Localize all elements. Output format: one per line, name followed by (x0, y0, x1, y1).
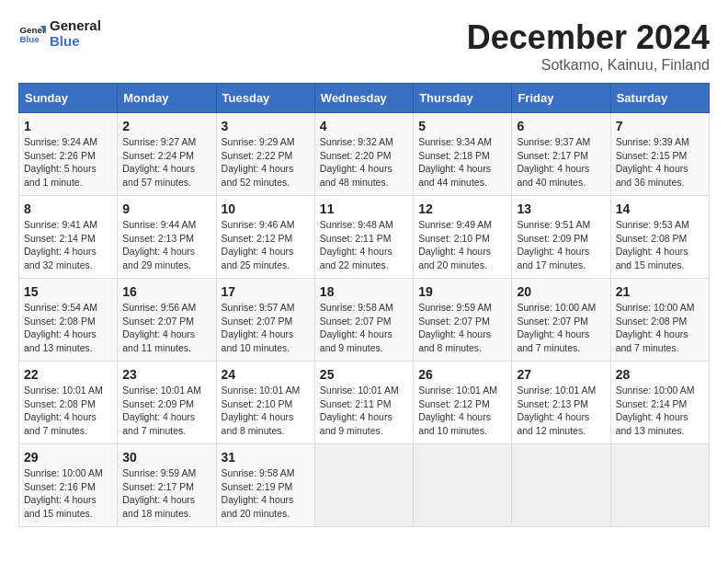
calendar-cell: 28Sunrise: 10:00 AM Sunset: 2:14 PM Dayl… (610, 362, 709, 444)
day-number: 1 (24, 119, 112, 133)
day-number: 23 (122, 367, 210, 382)
day-number: 28 (616, 367, 704, 382)
day-number: 9 (122, 201, 210, 216)
day-info: Sunrise: 9:59 AM Sunset: 2:07 PM Dayligh… (418, 301, 506, 355)
day-number: 5 (418, 119, 506, 133)
logo-icon: General Blue (18, 20, 46, 48)
page-subtitle: Sotkamo, Kainuu, Finland (467, 57, 710, 74)
calendar-cell: 10Sunrise: 9:46 AM Sunset: 2:12 PM Dayli… (216, 196, 314, 279)
calendar-week-row: 15Sunrise: 9:54 AM Sunset: 2:08 PM Dayli… (19, 279, 710, 362)
day-number: 14 (616, 201, 704, 216)
calendar-cell: 23Sunrise: 10:01 AM Sunset: 2:09 PM Dayl… (118, 362, 216, 444)
day-number: 27 (517, 367, 605, 382)
day-info: Sunrise: 9:27 AM Sunset: 2:24 PM Dayligh… (122, 135, 210, 190)
day-info: Sunrise: 9:53 AM Sunset: 2:08 PM Dayligh… (616, 218, 704, 272)
calendar-cell: 1Sunrise: 9:24 AM Sunset: 2:26 PM Daylig… (19, 113, 118, 196)
day-info: Sunrise: 9:24 AM Sunset: 2:26 PM Dayligh… (24, 135, 112, 190)
day-number: 19 (418, 284, 506, 299)
day-number: 8 (24, 201, 112, 216)
logo: General Blue General Blue (18, 18, 101, 49)
day-number: 31 (222, 450, 310, 465)
calendar-cell: 12Sunrise: 9:49 AM Sunset: 2:10 PM Dayli… (414, 196, 512, 279)
day-number: 18 (320, 284, 408, 299)
calendar-cell: 7Sunrise: 9:39 AM Sunset: 2:15 PM Daylig… (610, 113, 709, 196)
header-thursday: Thursday (414, 84, 512, 113)
day-number: 24 (222, 367, 310, 382)
calendar-cell (610, 444, 709, 527)
day-info: Sunrise: 10:01 AM Sunset: 2:09 PM Daylig… (122, 384, 210, 438)
day-number: 17 (222, 284, 310, 299)
day-info: Sunrise: 9:58 AM Sunset: 2:19 PM Dayligh… (222, 466, 310, 521)
day-number: 2 (122, 119, 210, 133)
day-number: 6 (517, 119, 605, 133)
calendar-cell: 27Sunrise: 10:01 AM Sunset: 2:13 PM Dayl… (512, 362, 610, 444)
day-info: Sunrise: 9:46 AM Sunset: 2:12 PM Dayligh… (222, 218, 310, 272)
day-number: 7 (616, 119, 704, 133)
calendar-cell: 30Sunrise: 9:59 AM Sunset: 2:17 PM Dayli… (118, 444, 216, 527)
calendar-cell: 21Sunrise: 10:00 AM Sunset: 2:08 PM Dayl… (610, 279, 709, 362)
day-number: 25 (320, 367, 408, 382)
calendar-week-row: 8Sunrise: 9:41 AM Sunset: 2:14 PM Daylig… (19, 196, 710, 279)
calendar-cell: 15Sunrise: 9:54 AM Sunset: 2:08 PM Dayli… (19, 279, 118, 362)
day-number: 21 (616, 284, 704, 299)
day-info: Sunrise: 9:54 AM Sunset: 2:08 PM Dayligh… (24, 301, 112, 355)
svg-text:Blue: Blue (20, 34, 40, 44)
calendar-cell (414, 444, 512, 527)
calendar-header-row: SundayMondayTuesdayWednesdayThursdayFrid… (19, 84, 710, 113)
day-info: Sunrise: 10:00 AM Sunset: 2:07 PM Daylig… (517, 301, 605, 355)
day-info: Sunrise: 10:00 AM Sunset: 2:14 PM Daylig… (616, 384, 704, 438)
day-info: Sunrise: 10:00 AM Sunset: 2:08 PM Daylig… (616, 301, 704, 355)
calendar-cell (512, 444, 610, 527)
header-sunday: Sunday (19, 84, 118, 113)
day-info: Sunrise: 9:41 AM Sunset: 2:14 PM Dayligh… (24, 218, 112, 272)
calendar-cell: 13Sunrise: 9:51 AM Sunset: 2:09 PM Dayli… (512, 196, 610, 279)
calendar-cell: 24Sunrise: 10:01 AM Sunset: 2:10 PM Dayl… (216, 362, 314, 444)
calendar-cell: 20Sunrise: 10:00 AM Sunset: 2:07 PM Dayl… (512, 279, 610, 362)
day-number: 4 (320, 119, 408, 133)
day-info: Sunrise: 9:34 AM Sunset: 2:18 PM Dayligh… (418, 135, 506, 190)
calendar-cell (314, 444, 413, 527)
day-info: Sunrise: 10:01 AM Sunset: 2:10 PM Daylig… (222, 384, 310, 438)
day-number: 16 (122, 284, 210, 299)
day-number: 3 (222, 119, 310, 133)
day-number: 11 (320, 201, 408, 216)
header-wednesday: Wednesday (314, 84, 413, 113)
day-info: Sunrise: 9:37 AM Sunset: 2:17 PM Dayligh… (517, 135, 605, 190)
calendar-cell: 2Sunrise: 9:27 AM Sunset: 2:24 PM Daylig… (118, 113, 216, 196)
day-info: Sunrise: 9:59 AM Sunset: 2:17 PM Dayligh… (122, 466, 210, 521)
header-friday: Friday (512, 84, 610, 113)
day-info: Sunrise: 9:57 AM Sunset: 2:07 PM Dayligh… (222, 301, 310, 355)
day-info: Sunrise: 9:51 AM Sunset: 2:09 PM Dayligh… (517, 218, 605, 272)
day-info: Sunrise: 10:01 AM Sunset: 2:13 PM Daylig… (517, 384, 605, 438)
calendar-cell: 11Sunrise: 9:48 AM Sunset: 2:11 PM Dayli… (314, 196, 413, 279)
header-saturday: Saturday (610, 84, 709, 113)
page-title: December 2024 (467, 18, 710, 57)
calendar-week-row: 1Sunrise: 9:24 AM Sunset: 2:26 PM Daylig… (19, 113, 710, 196)
logo-text-blue: Blue (50, 34, 101, 50)
day-info: Sunrise: 9:39 AM Sunset: 2:15 PM Dayligh… (616, 135, 704, 190)
day-number: 30 (122, 450, 210, 465)
calendar-cell: 25Sunrise: 10:01 AM Sunset: 2:11 PM Dayl… (314, 362, 413, 444)
day-info: Sunrise: 10:01 AM Sunset: 2:11 PM Daylig… (320, 384, 408, 438)
day-info: Sunrise: 10:01 AM Sunset: 2:12 PM Daylig… (418, 384, 506, 438)
day-number: 26 (418, 367, 506, 382)
day-info: Sunrise: 9:29 AM Sunset: 2:22 PM Dayligh… (222, 135, 310, 190)
day-number: 20 (517, 284, 605, 299)
calendar-cell: 16Sunrise: 9:56 AM Sunset: 2:07 PM Dayli… (118, 279, 216, 362)
calendar-cell: 5Sunrise: 9:34 AM Sunset: 2:18 PM Daylig… (414, 113, 512, 196)
logo-text-general: General (50, 18, 101, 34)
title-area: December 2024 Sotkamo, Kainuu, Finland (467, 18, 710, 74)
header-monday: Monday (118, 84, 216, 113)
calendar-cell: 6Sunrise: 9:37 AM Sunset: 2:17 PM Daylig… (512, 113, 610, 196)
day-number: 15 (24, 284, 112, 299)
calendar-cell: 22Sunrise: 10:01 AM Sunset: 2:08 PM Dayl… (19, 362, 118, 444)
day-number: 22 (24, 367, 112, 382)
calendar-cell: 29Sunrise: 10:00 AM Sunset: 2:16 PM Dayl… (19, 444, 118, 527)
calendar-cell: 3Sunrise: 9:29 AM Sunset: 2:22 PM Daylig… (216, 113, 314, 196)
calendar-cell: 8Sunrise: 9:41 AM Sunset: 2:14 PM Daylig… (19, 196, 118, 279)
day-number: 29 (24, 450, 112, 465)
day-number: 12 (418, 201, 506, 216)
calendar-week-row: 22Sunrise: 10:01 AM Sunset: 2:08 PM Dayl… (19, 362, 710, 444)
calendar-cell: 14Sunrise: 9:53 AM Sunset: 2:08 PM Dayli… (610, 196, 709, 279)
calendar-cell: 9Sunrise: 9:44 AM Sunset: 2:13 PM Daylig… (118, 196, 216, 279)
